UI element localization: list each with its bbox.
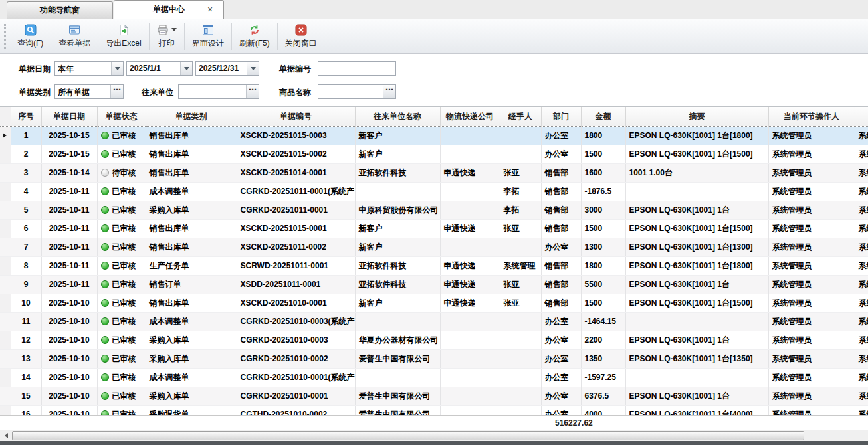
date-range-combo[interactable]: 本年 [54, 61, 124, 76]
cell-logistics [440, 331, 500, 349]
col-header-partner[interactable]: 往来单位名称 [355, 107, 440, 126]
close-window-icon [295, 24, 307, 36]
cell-status: 已审核 [97, 405, 146, 416]
view-document-button[interactable]: 查看单据 [51, 19, 98, 53]
table-row[interactable]: 82025-10-11已审核生产任务单SCRWD-20251011-0001亚拓… [0, 256, 868, 275]
export-excel-button[interactable]: 导出Excel [98, 19, 148, 53]
cell-dept: 销售部 [541, 256, 581, 275]
doc-number-input[interactable] [318, 62, 395, 75]
chevron-down-icon[interactable] [247, 62, 259, 75]
row-indicator-cell [0, 387, 11, 405]
col-header-number[interactable]: 单据编号 [237, 107, 355, 126]
approved-status-icon [101, 317, 109, 325]
table-row[interactable]: 112025-10-10已审核成本调整单CGRKD-20251010-0003(… [0, 312, 868, 331]
cell-date: 2025-10-10 [41, 294, 97, 312]
cell-dept: 办公室 [541, 238, 581, 256]
scroll-left-arrow-icon[interactable] [0, 430, 11, 441]
ellipsis-picker-icon[interactable]: ⋯ [246, 85, 259, 98]
table-row[interactable]: 12025-10-15已审核销售出库单XSCKD-20251015-0003新客… [0, 126, 868, 145]
cell-partner [355, 368, 440, 387]
row-indicator-cell [0, 163, 11, 182]
approved-status-icon [101, 392, 109, 400]
cell-logistics [440, 312, 500, 331]
cell-creator: 系统管理员 [855, 405, 868, 416]
tab-document-center[interactable]: 单据中心 × [114, 0, 224, 19]
tab-function-navigator[interactable]: 功能导航窗 [7, 1, 113, 19]
table-row[interactable]: 52025-10-11已审核采购入库单CGRKD-20251011-0001中原… [0, 201, 868, 219]
row-indicator-cell [0, 126, 11, 145]
doc-category-picker[interactable]: 所有单据 ⋯ [54, 84, 124, 99]
table-row[interactable]: 22025-10-15已审核销售出库单XSCKD-20251015-0002新客… [0, 145, 868, 163]
export-excel-icon [118, 24, 130, 36]
table-row[interactable]: 122025-10-10已审核采购入库单CGRKD-20251010-0003华… [0, 331, 868, 349]
cell-summary: EPSON LQ-630K[1001] 1台[1500] [625, 219, 768, 238]
cell-logistics: 申通快递 [440, 256, 500, 275]
table-row[interactable]: 42025-10-11已审核成本调整单CGRKD-20251011-0001(系… [0, 182, 868, 201]
row-indicator-cell [0, 331, 11, 349]
scrollbar-thumb[interactable] [12, 431, 804, 440]
cell-number: XSCKD-20251011-0002 [237, 238, 355, 256]
cell-partner: 亚拓软件科技 [355, 163, 440, 182]
cell-number: CGRKD-20251011-0001(系统产 [237, 182, 355, 201]
cell-summary: EPSON LQ-630K[1001] 1台[1800] [625, 126, 768, 145]
ellipsis-picker-icon[interactable]: ⋯ [110, 85, 123, 98]
col-header-no[interactable]: 序号 [11, 107, 41, 126]
cell-dept: 销售部 [541, 294, 581, 312]
cell-number: XSCKD-20251015-0003 [237, 126, 355, 145]
cell-date: 2025-10-11 [41, 256, 97, 275]
cell-no: 11 [11, 312, 41, 331]
cell-amount: 1500 [581, 219, 625, 238]
date-to-combo[interactable]: 2025/12/31 [195, 61, 259, 76]
table-row[interactable]: 102025-10-10已审核销售出库单XSCKD-20251010-0001新… [0, 294, 868, 312]
table-row[interactable]: 62025-10-11已审核销售出库单XSCKD-20251015-0001新客… [0, 219, 868, 238]
col-header-operator[interactable]: 当前环节操作人 [768, 107, 855, 126]
cell-type: 采购入库单 [146, 201, 237, 219]
product-input[interactable] [318, 85, 383, 98]
partner-input[interactable] [179, 85, 247, 98]
date-from-combo[interactable]: 2025/1/1 [126, 61, 193, 76]
table-row[interactable]: 72025-10-11已审核销售出库单XSCKD-20251011-0002新客… [0, 238, 868, 256]
ui-design-button[interactable]: 界面设计 [185, 19, 231, 53]
table-row[interactable]: 92025-10-11已审核销售订单XSDD-20251011-0001亚拓软件… [0, 275, 868, 294]
cell-creator: 系统管理员 [855, 201, 868, 219]
query-button[interactable]: 查询(F) [10, 19, 51, 53]
col-header-handler[interactable]: 经手人 [500, 107, 541, 126]
cell-type: 采购入库单 [146, 387, 237, 405]
print-dropdown-caret-icon[interactable] [171, 28, 177, 34]
toolbar-grip-handle[interactable] [4, 24, 6, 49]
refresh-button[interactable]: 刷新(F5) [232, 19, 277, 53]
row-indicator-cell [0, 182, 11, 201]
tab-close-icon[interactable]: × [205, 1, 215, 19]
table-row[interactable]: 132025-10-10已审核采购入库单CGRKD-20251010-0002爱… [0, 349, 868, 368]
col-header-dept[interactable]: 部门 [541, 107, 581, 126]
approved-status-icon [101, 262, 109, 270]
cell-logistics [440, 349, 500, 368]
table-row[interactable]: 32025-10-14待审核销售出库单XSCKD-20251014-0001亚拓… [0, 163, 868, 182]
col-header-status[interactable]: 单据状态 [97, 107, 146, 126]
chevron-down-icon[interactable] [180, 62, 192, 75]
horizontal-scrollbar[interactable] [0, 430, 868, 441]
table-row[interactable]: 152025-10-10已审核采购入库单CGRKD-20251010-0001爱… [0, 387, 868, 405]
col-header-amount[interactable]: 金额 [581, 107, 625, 126]
query-button-label: 查询(F) [17, 38, 43, 49]
col-header-summary[interactable]: 摘要 [625, 107, 768, 126]
ellipsis-picker-icon[interactable]: ⋯ [383, 85, 395, 98]
table-row[interactable]: 162025-10-10已审核采购退货单CGTHD-20251010-0002爱… [0, 405, 868, 416]
col-header-logistics[interactable]: 物流快递公司 [440, 107, 500, 126]
print-button[interactable]: 打印 [150, 19, 184, 53]
cell-type: 采购退货单 [146, 405, 237, 416]
cell-summary: 1001 1.00台 [625, 163, 768, 182]
cell-dept: 办公室 [541, 349, 581, 368]
cell-summary [625, 182, 768, 201]
cell-partner: 华夏办公器材有限公司 [355, 331, 440, 349]
col-header-date[interactable]: 单据日期 [41, 107, 97, 126]
chevron-down-icon[interactable] [111, 62, 123, 75]
cell-dept: 销售部 [541, 201, 581, 219]
col-header-type[interactable]: 单据类别 [146, 107, 237, 126]
cell-number: CGRKD-20251010-0001 [237, 387, 355, 405]
close-window-button[interactable]: 关闭窗口 [278, 19, 324, 53]
cell-dept: 办公室 [541, 126, 581, 145]
cell-amount: -1876.5 [581, 182, 625, 201]
col-header-creator[interactable]: 制单人 [855, 107, 868, 126]
table-row[interactable]: 142025-10-10已审核成本调整单CGRKD-20251010-0001(… [0, 368, 868, 387]
